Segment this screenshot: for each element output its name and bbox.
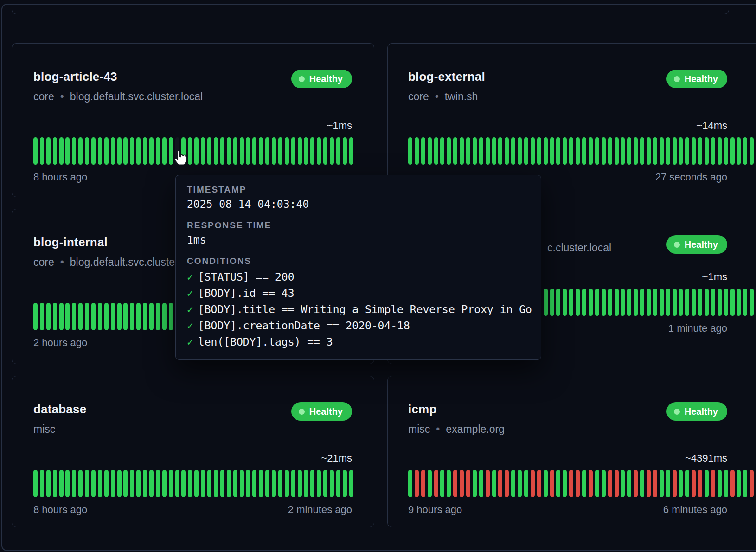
status-bar[interactable] (53, 303, 57, 330)
status-bar[interactable] (123, 303, 128, 330)
status-bar[interactable] (685, 289, 689, 316)
status-bar[interactable] (259, 470, 263, 497)
status-bar[interactable] (298, 470, 302, 497)
status-bar[interactable] (544, 289, 548, 316)
status-bar[interactable] (460, 137, 464, 165)
status-bar[interactable] (660, 137, 664, 165)
status-bar[interactable] (576, 137, 580, 165)
status-bar[interactable] (304, 470, 308, 497)
status-bar[interactable] (743, 137, 747, 165)
status-bar[interactable] (310, 470, 314, 497)
status-bar[interactable] (323, 470, 327, 497)
status-bar[interactable] (711, 470, 715, 497)
status-bar[interactable] (750, 470, 754, 497)
status-bar[interactable] (207, 470, 211, 497)
status-bar[interactable] (627, 470, 631, 497)
status-bar[interactable] (85, 137, 89, 165)
status-bar[interactable] (576, 289, 580, 316)
status-bar[interactable] (730, 470, 735, 497)
status-bar[interactable] (518, 137, 522, 165)
status-bar[interactable] (91, 303, 96, 330)
status-bar[interactable] (576, 470, 580, 497)
status-bar[interactable] (310, 137, 314, 165)
endpoint-card[interactable]: database misc Healthy ~21ms 8 hours ago … (12, 376, 374, 527)
status-bar[interactable] (679, 470, 683, 497)
status-bar[interactable] (227, 470, 231, 497)
status-bar[interactable] (252, 470, 256, 497)
status-bar[interactable] (104, 303, 109, 330)
status-bar[interactable] (72, 137, 76, 165)
status-bar[interactable] (550, 470, 554, 497)
status-bar[interactable] (265, 470, 269, 497)
status-bar[interactable] (175, 137, 179, 165)
status-bar[interactable] (537, 137, 541, 165)
status-bar[interactable] (602, 470, 606, 497)
status-bar[interactable] (724, 137, 728, 165)
status-bar[interactable] (737, 137, 741, 165)
status-bar[interactable] (169, 303, 173, 330)
endpoint-card[interactable]: blog-article-43 core•blog.default.svc.cl… (12, 43, 374, 197)
status-bar[interactable] (634, 470, 638, 497)
status-bar[interactable] (679, 137, 683, 165)
status-bar[interactable] (479, 137, 483, 165)
status-bar[interactable] (750, 289, 754, 316)
status-bar[interactable] (408, 470, 412, 497)
status-bar[interactable] (104, 470, 109, 497)
status-bar[interactable] (666, 470, 670, 497)
status-bar[interactable] (582, 137, 586, 165)
status-bar[interactable] (679, 289, 683, 316)
status-bar[interactable] (85, 303, 89, 330)
status-bar[interactable] (149, 470, 154, 497)
status-bar[interactable] (595, 470, 599, 497)
status-bar[interactable] (181, 470, 186, 497)
status-bar[interactable] (98, 303, 102, 330)
status-bar[interactable] (343, 470, 347, 497)
status-bar[interactable] (705, 470, 709, 497)
status-bar[interactable] (492, 137, 496, 165)
status-bar[interactable] (595, 289, 599, 316)
status-bar[interactable] (272, 137, 276, 165)
status-bar[interactable] (98, 470, 102, 497)
status-bar[interactable] (750, 137, 754, 165)
status-bar[interactable] (492, 470, 496, 497)
status-bar[interactable] (46, 470, 51, 497)
status-bar[interactable] (608, 470, 612, 497)
status-bar[interactable] (91, 470, 96, 497)
status-bar[interactable] (220, 470, 224, 497)
status-bar[interactable] (40, 470, 44, 497)
status-bar[interactable] (188, 470, 192, 497)
status-bar[interactable] (724, 289, 728, 316)
status-bar[interactable] (156, 470, 160, 497)
status-bar[interactable] (201, 137, 205, 165)
status-bar[interactable] (640, 470, 644, 497)
status-bar[interactable] (207, 137, 211, 165)
status-bar[interactable] (33, 470, 38, 497)
status-bar[interactable] (653, 137, 657, 165)
status-bar[interactable] (111, 303, 115, 330)
status-bar[interactable] (317, 137, 321, 165)
status-bar[interactable] (730, 289, 735, 316)
status-bar[interactable] (647, 470, 651, 497)
status-bar[interactable] (59, 303, 64, 330)
status-bar[interactable] (428, 470, 432, 497)
status-bar[interactable] (317, 470, 321, 497)
status-bar[interactable] (718, 137, 722, 165)
status-bar[interactable] (156, 303, 160, 330)
status-bar[interactable] (511, 137, 515, 165)
status-bar[interactable] (569, 289, 573, 316)
status-bar[interactable] (666, 289, 670, 316)
status-bar[interactable] (608, 137, 612, 165)
status-bar[interactable] (53, 137, 57, 165)
status-bar[interactable] (72, 470, 76, 497)
status-bar[interactable] (718, 289, 722, 316)
status-bar[interactable] (705, 289, 709, 316)
previous-card-partial[interactable] (12, 4, 729, 14)
status-bar[interactable] (175, 470, 179, 497)
status-bar[interactable] (730, 137, 735, 165)
status-bar[interactable] (718, 470, 722, 497)
status-bar[interactable] (698, 289, 702, 316)
status-bar[interactable] (336, 137, 340, 165)
status-bar[interactable] (518, 470, 522, 497)
status-bar[interactable] (33, 137, 38, 165)
status-bar[interactable] (72, 303, 76, 330)
